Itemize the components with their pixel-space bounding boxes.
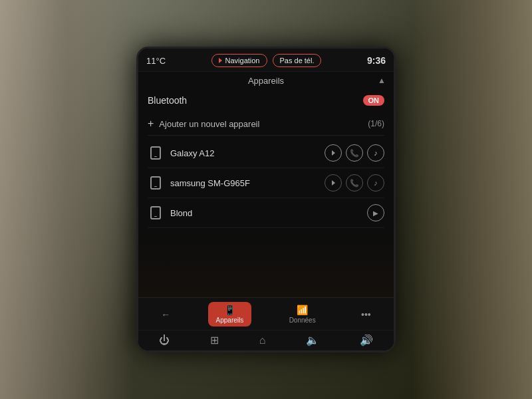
bluetooth-row: Bluetooth ON [148,95,384,106]
nav-action-samsung[interactable] [325,174,342,192]
power-icon[interactable]: ⏻ [151,334,178,346]
add-device-left: + Ajouter un nouvel appareil [148,118,259,130]
appareils-tab-label: Appareils [216,317,244,324]
nav-action-galaxy[interactable] [325,144,342,162]
add-device-count: (1/6) [368,119,384,128]
device-actions-blond [367,204,384,221]
phone-icon-samsung [148,175,164,191]
music-icon-2: ♪ [374,179,378,187]
donnees-icon: 📶 [297,305,308,315]
screen-content: 11°C Navigation Pas de tél. 9:36 Apparei… [138,49,394,350]
volume-up-icon[interactable]: 🔊 [352,334,381,346]
phone-icon-2: 📞 [350,179,359,188]
nav-buttons: Navigation Pas de tél. [211,54,322,67]
background-overlay [138,231,394,297]
appareils-tab[interactable]: 📱 Appareils [208,302,252,327]
nav-triangle-icon-2 [332,180,335,186]
device-item-blond[interactable]: Blond [148,198,384,228]
device-name-samsung: samsung SM-G965F [170,178,325,188]
bottom-tabs: ← 📱 Appareils 📶 Données ••• [138,298,394,331]
phone-button[interactable]: Pas de tél. [273,54,322,67]
device-name-blond: Blond [170,208,367,218]
navigation-button[interactable]: Navigation [211,54,267,67]
play-action-blond[interactable] [367,204,384,221]
page-title: Appareils [248,76,284,86]
device-item-samsung[interactable]: samsung SM-G965F 📞 ♪ [148,168,384,198]
add-device-row[interactable]: + Ajouter un nouvel appareil (1/6) [148,112,384,136]
donnees-tab-label: Données [289,317,316,324]
back-tab[interactable]: ← [153,307,178,323]
device-actions-samsung: 📞 ♪ [325,174,384,192]
phone-call-icon: 📞 [350,149,359,158]
bluetooth-label: Bluetooth [148,95,187,106]
infotainment-screen: 11°C Navigation Pas de tél. 9:36 Apparei… [136,47,396,352]
apps-grid-icon[interactable]: ⊞ [202,334,227,346]
add-device-label: Ajouter un nouvel appareil [159,119,259,129]
bottom-controls: ⏻ ⊞ ⌂ 🔈 🔊 [138,331,394,350]
top-bar: 11°C Navigation Pas de tél. 9:36 [138,49,394,72]
more-tab[interactable]: ••• [353,307,379,323]
donnees-tab[interactable]: 📶 Données [281,302,324,327]
phone-action-samsung[interactable]: 📞 [346,174,363,192]
clock-display: 9:36 [367,55,386,66]
bottom-navigation: ← 📱 Appareils 📶 Données ••• ⏻ ⊞ ⌂ [138,297,394,350]
bluetooth-toggle[interactable]: ON [363,95,385,106]
music-icon: ♪ [374,149,378,157]
phone-icon-blond [148,205,164,221]
back-icon: ← [161,309,170,320]
appareils-icon: 📱 [224,305,235,315]
music-action-galaxy[interactable]: ♪ [367,144,384,162]
temperature-display: 11°C [146,56,166,66]
wifi-icon: ▲ [378,76,386,85]
main-content: Bluetooth ON + Ajouter un nouvel apparei… [138,88,394,297]
device-item-galaxy-a12[interactable]: Galaxy A12 📞 ♪ [148,138,384,168]
device-actions-galaxy: 📞 ♪ [325,144,384,162]
volume-down-icon[interactable]: 🔈 [298,334,327,346]
phone-button-label: Pas de tél. [280,57,315,65]
home-icon[interactable]: ⌂ [251,334,274,346]
device-name-galaxy: Galaxy A12 [170,148,325,158]
car-interior-right [412,0,532,399]
phone-action-galaxy[interactable]: 📞 [346,144,363,162]
car-interior-left [0,0,133,399]
more-icon: ••• [361,309,371,320]
nav-triangle-icon [332,150,335,156]
navigation-arrow-icon [219,58,222,63]
plus-icon: + [148,118,154,130]
page-title-bar: Appareils ▲ [138,72,394,88]
navigation-button-label: Navigation [225,57,260,65]
play-icon [373,209,378,217]
phone-icon-galaxy [148,145,164,161]
music-action-samsung[interactable]: ♪ [367,174,384,192]
